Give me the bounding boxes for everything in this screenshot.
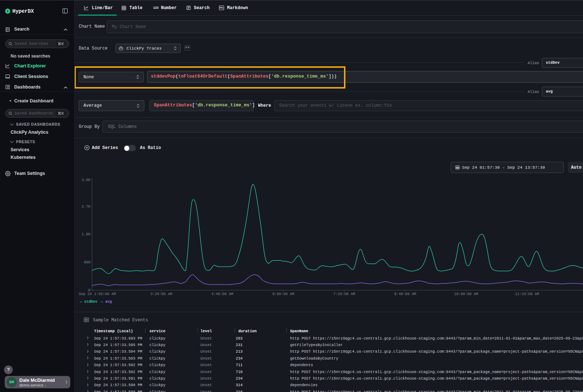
svg-text:8:40:00 AM: 8:40:00 AM <box>394 292 416 296</box>
svg-text:2.7K: 2.7K <box>82 205 90 209</box>
svg-text:11:20:00 AM: 11:20:00 AM <box>515 292 539 296</box>
svg-text:1.8K: 1.8K <box>82 232 90 236</box>
svg-text:3:20:00 AM: 3:20:00 AM <box>150 292 172 296</box>
svg-text:7:20:00 AM: 7:20:00 AM <box>333 292 355 296</box>
svg-text:0: 0 <box>88 289 90 293</box>
svg-text:900: 900 <box>84 260 90 264</box>
svg-text:6:00:00 AM: 6:00:00 AM <box>272 292 294 296</box>
svg-text:Sep 24 1:50:00 AM: Sep 24 1:50:00 AM <box>79 292 116 296</box>
svg-text:10:00:00 AM: 10:00:00 AM <box>454 292 478 296</box>
svg-text:4:40:00 AM: 4:40:00 AM <box>211 292 233 296</box>
svg-text:3.6K: 3.6K <box>82 178 90 182</box>
